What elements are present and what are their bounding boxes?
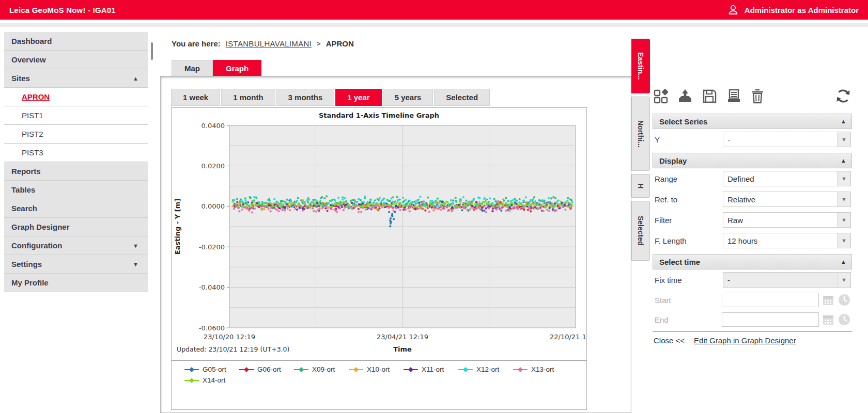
section-select-time[interactable]: Select time ▲	[653, 254, 852, 269]
legend-label: G05-ort	[203, 366, 226, 373]
sidebar-item-pist3[interactable]: PIST3	[4, 144, 148, 162]
series-marker-icon	[513, 367, 528, 373]
range-1-year[interactable]: 1 year	[335, 89, 381, 106]
section-select-series[interactable]: Select Series ▲	[653, 114, 852, 129]
page-divider	[0, 23, 868, 27]
chart-plot-area[interactable]: -0.0600-0.0400-0.02000.00000.02000.0400E…	[172, 121, 586, 359]
sidebar-item-apron[interactable]: APRON	[4, 88, 148, 106]
sidebar: Dashboard Overview Sites▲ APRON PIST1 PI…	[4, 32, 148, 292]
start-label: Start	[655, 296, 671, 305]
graph-panel: 1 week 1 month 3 months 1 year 5 years S…	[160, 76, 631, 413]
sidebar-item-label: PIST2	[22, 130, 43, 138]
select-value: Raw	[723, 216, 743, 225]
user-menu[interactable]: Administrator as Administrator	[727, 4, 859, 16]
sidebar-item-pist1[interactable]: PIST1	[4, 106, 148, 125]
series-tab-selected[interactable]: Selected	[631, 201, 650, 261]
app-title: Leica GeoMoS Now! - IGA01	[9, 6, 116, 14]
row-fix-time: Fix time - ▼	[653, 269, 852, 290]
sidebar-item-overview[interactable]: Overview	[4, 51, 148, 69]
svg-text:Easting - Y [m]: Easting - Y [m]	[174, 199, 181, 255]
range-5-years[interactable]: 5 years	[383, 89, 433, 106]
breadcrumb-site-link[interactable]: ISTANBULHAVALIMANI	[226, 39, 312, 48]
legend-item[interactable]: G06-ort	[239, 366, 293, 373]
series-tab-easting[interactable]: Eastin...	[631, 39, 650, 93]
range-select[interactable]: Defined ▼	[723, 171, 851, 186]
legend-item[interactable]: X12-ort	[458, 366, 513, 373]
legend-label: X13-ort	[531, 366, 554, 373]
collapse-up-icon: ▲	[841, 259, 846, 265]
sidebar-item-my-profile[interactable]: My Profile	[4, 274, 148, 292]
timeline-chart: Standard 1-Axis Timeline Graph -0.0600-0…	[171, 107, 587, 410]
y-series-select[interactable]: - ▼	[723, 132, 851, 147]
legend-item[interactable]: X11-ort	[403, 366, 458, 373]
series-tab-h[interactable]: H	[631, 174, 650, 198]
print-icon[interactable]	[725, 88, 742, 104]
refresh-icon[interactable]	[834, 87, 852, 105]
filter-label: Filter	[655, 216, 672, 225]
end-time-input[interactable]	[722, 312, 819, 327]
chevron-down-icon[interactable]: ▼	[837, 213, 850, 227]
range-3-months[interactable]: 3 months	[276, 89, 335, 106]
export-icon[interactable]	[677, 88, 693, 104]
sidebar-item-configuration[interactable]: Configuration▼	[4, 236, 148, 255]
chevron-down-icon[interactable]: ▼	[837, 132, 850, 147]
save-icon[interactable]	[701, 88, 718, 104]
sidebar-item-label: Tables	[11, 185, 35, 194]
sidebar-item-label: Sites	[11, 74, 30, 83]
sidebar-item-label: Reports	[11, 167, 41, 176]
sidebar-item-graph-designer[interactable]: Graph Designer	[4, 218, 148, 236]
series-marker-icon	[348, 367, 364, 373]
chevron-down-icon[interactable]: ▼	[837, 273, 850, 287]
section-display[interactable]: Display ▲	[653, 153, 852, 168]
filter-select[interactable]: Raw ▼	[723, 212, 851, 228]
legend-item[interactable]: X14-ort	[184, 376, 239, 384]
y-series-label: Y	[655, 135, 660, 144]
calendar-icon[interactable]	[822, 293, 835, 307]
sidebar-item-label: Search	[11, 204, 37, 213]
legend-item[interactable]: X13-ort	[513, 366, 567, 373]
range-1-week[interactable]: 1 week	[171, 89, 220, 106]
sidebar-item-dashboard[interactable]: Dashboard	[4, 32, 148, 51]
sidebar-item-search[interactable]: Search	[4, 199, 148, 218]
tab-map[interactable]: Map	[172, 60, 213, 76]
dashboard-grid-icon[interactable]	[653, 88, 669, 104]
chevron-down-icon[interactable]: ▼	[837, 171, 850, 186]
tab-graph[interactable]: Graph	[213, 60, 261, 76]
end-label: End	[655, 315, 669, 324]
collapse-up-icon: ▲	[133, 75, 138, 82]
legend-label: X11-ort	[422, 366, 444, 373]
series-tab-northing[interactable]: Northi...	[631, 97, 650, 171]
chevron-down-icon[interactable]: ▼	[837, 192, 850, 206]
select-value: 12 hours	[723, 236, 757, 245]
graph-toolbar	[653, 86, 852, 106]
sidebar-item-settings[interactable]: Settings▼	[4, 255, 148, 274]
panel-footer: Close << Edit Graph in Graph Designer	[653, 331, 852, 345]
series-marker-icon	[403, 367, 419, 373]
ref-to-label: Ref. to	[655, 195, 677, 204]
calendar-icon[interactable]	[822, 313, 835, 326]
range-selected[interactable]: Selected	[434, 89, 490, 106]
section-title: Select time	[659, 258, 700, 266]
legend-item[interactable]: X09-ort	[293, 366, 348, 373]
sidebar-scrollbar[interactable]	[151, 42, 153, 60]
range-1-month[interactable]: 1 month	[221, 89, 275, 106]
clock-icon[interactable]	[838, 293, 851, 307]
f-length-select[interactable]: 12 hours ▼	[723, 233, 851, 248]
fix-time-select[interactable]: - ▼	[723, 272, 851, 288]
ref-to-select[interactable]: Relative ▼	[723, 192, 851, 207]
close-panel-button[interactable]: Close <<	[654, 336, 685, 345]
legend-label: G06-ort	[257, 366, 281, 373]
sidebar-item-tables[interactable]: Tables	[4, 181, 148, 199]
chevron-down-icon[interactable]: ▼	[837, 233, 850, 248]
start-time-input[interactable]	[722, 293, 819, 307]
clock-icon[interactable]	[838, 313, 851, 326]
legend-item[interactable]: X10-ort	[348, 366, 403, 373]
sidebar-item-pist2[interactable]: PIST2	[4, 125, 148, 144]
edit-graph-link[interactable]: Edit Graph in Graph Designer	[694, 336, 796, 345]
range-label: Range	[655, 174, 677, 183]
delete-icon[interactable]	[750, 88, 765, 104]
legend-item[interactable]: G05-ort	[184, 366, 239, 373]
collapse-down-icon: ▼	[133, 261, 138, 267]
sidebar-item-reports[interactable]: Reports	[4, 162, 148, 181]
sidebar-item-sites[interactable]: Sites▲	[4, 69, 148, 88]
